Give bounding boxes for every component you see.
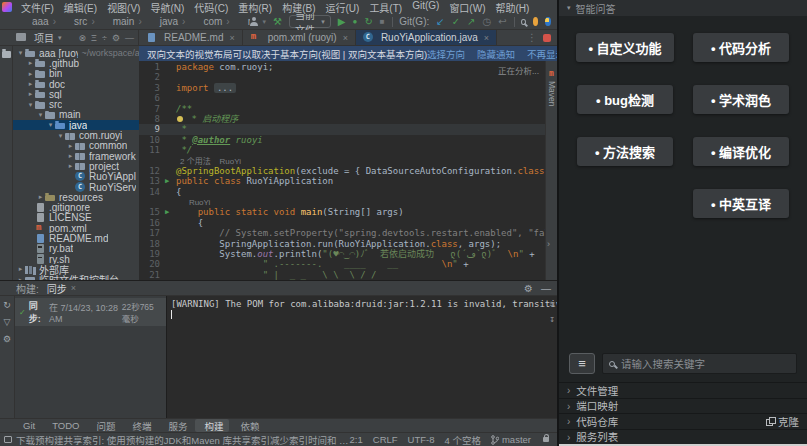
locate-file-icon[interactable]: ⊗ — [79, 33, 87, 43]
tree-chevron-icon[interactable]: ▾ — [56, 132, 65, 140]
line-ending[interactable]: CRLF — [373, 434, 398, 445]
search-input[interactable] — [621, 358, 790, 370]
banner-action-link[interactable]: 隐藏通知 — [477, 47, 515, 61]
editor-tab[interactable]: README.md × — [139, 30, 243, 45]
collapse-all-icon[interactable]: ÷ — [102, 33, 107, 43]
breadcrumb-item[interactable]: aaa — [18, 16, 60, 27]
project-tool-icon[interactable] — [2, 51, 11, 58]
tree-item[interactable]: ▾ main — [13, 110, 139, 120]
debug-button[interactable]: ● — [353, 17, 358, 27]
menu-item[interactable]: 代码(C) — [189, 0, 233, 15]
tree-item[interactable]: pom.xml — [13, 223, 139, 233]
sync-status-row[interactable]: ✓ 同步: 在 7/14/23, 10:28 AM 22秒765毫秒 — [15, 298, 166, 326]
run-configuration-select[interactable]: 当前文件▾ — [289, 15, 331, 28]
menu-item[interactable]: 工具(T) — [364, 0, 407, 15]
code-area[interactable]: 正在分析... 1package com.ruoyi;23import ...6… — [139, 61, 545, 280]
tree-chevron-icon[interactable]: ▾ — [26, 101, 35, 109]
file-encoding[interactable]: UTF-8 — [408, 434, 435, 445]
banner-action-link[interactable]: 不再显示 — [527, 47, 557, 61]
tree-item[interactable]: ry.sh — [13, 254, 139, 264]
git-commit-icon[interactable]: ✓ — [452, 17, 460, 27]
scroll-to-end-icon[interactable]: ↧ — [550, 314, 555, 324]
tree-item[interactable]: ▸ bin — [13, 69, 139, 79]
run-button[interactable]: ▶ — [338, 17, 346, 27]
assistant-function-button[interactable]: 编译优化 — [693, 137, 789, 166]
status-message[interactable]: 下载预构建共享索引: 使用预构建的JDK和Maven 库共享索引减少索引时间和 … — [16, 433, 350, 446]
breadcrumb-item[interactable]: com — [189, 16, 233, 27]
tree-item[interactable]: ▾ aaa [ruoyi] ~/workspace/aaa — [13, 48, 139, 58]
build-console[interactable]: [WARNING] The POM for com.alibaba:druid:… — [167, 296, 557, 418]
tree-item[interactable]: .gitignore — [13, 202, 139, 212]
tree-chevron-icon[interactable]: ▸ — [26, 90, 35, 98]
tree-item[interactable]: RuoYiServletInitializer — [13, 182, 139, 192]
coverage-button[interactable]: ↻ — [364, 17, 372, 27]
soft-wrap-icon[interactable]: ≋ — [550, 299, 555, 309]
tree-item[interactable]: LICENSE — [13, 213, 139, 223]
menu-item[interactable]: 编辑(E) — [59, 0, 102, 15]
chevron-down-icon[interactable]: ▾ — [263, 17, 267, 27]
tree-item[interactable]: ▸ framework — [13, 151, 139, 161]
tree-chevron-icon[interactable]: ▸ — [36, 193, 45, 201]
expand-all-icon[interactable]: Ξ — [91, 33, 97, 43]
tree-item[interactable]: ▸ doc — [13, 79, 139, 89]
menu-item[interactable]: 重构(R) — [233, 0, 277, 15]
menu-item[interactable]: 帮助(H) — [490, 0, 534, 15]
more-options-icon[interactable]: ⋮ — [527, 33, 537, 43]
profile-icon[interactable] — [250, 17, 256, 26]
breadcrumb-item[interactable]: src — [60, 16, 99, 27]
chevron-down-icon[interactable]: ▾ — [58, 34, 62, 42]
tool-window-button[interactable]: 服务 — [159, 419, 193, 432]
menu-item[interactable]: 运行(U) — [320, 0, 364, 15]
close-tab-icon[interactable]: × — [484, 33, 489, 43]
tool-window-button[interactable]: 问题 — [87, 419, 121, 432]
assistant-function-button[interactable]: 学术润色 — [693, 85, 789, 114]
plugin-badge-icon[interactable] — [543, 34, 551, 42]
hide-panel-icon[interactable]: — — [125, 33, 134, 43]
tree-item[interactable]: README.md — [13, 233, 139, 243]
tool-window-button[interactable]: 依赖 — [231, 419, 265, 432]
project-tree[interactable]: ▾ aaa [ruoyi] ~/workspace/aaa ▸ .github — [13, 46, 139, 280]
editor[interactable]: 双向文本的视觉布局可以取决于基本方向(视图 | 双向文本基本方向) 选择方向隐藏… — [139, 46, 557, 280]
tree-item[interactable]: ▾ com.ruoyi — [13, 130, 139, 140]
tree-item[interactable]: ▸ common — [13, 141, 139, 151]
project-panel-header[interactable]: 项目 ▾ ⊗ Ξ ÷ ⚙ — — [0, 30, 139, 45]
expand-panel-icon[interactable]: › — [547, 239, 550, 249]
tree-item[interactable]: ▸ sql — [13, 89, 139, 99]
tree-item[interactable]: ▸ project — [13, 161, 139, 171]
assistant-function-button[interactable]: bug检测 — [577, 85, 673, 114]
tree-item[interactable]: ▾ src — [13, 99, 139, 109]
tree-chevron-icon[interactable]: ▸ — [26, 59, 35, 67]
settings-icon[interactable]: ⚙ — [112, 33, 120, 43]
assistant-function-button[interactable]: 方法搜索 — [577, 137, 673, 166]
settings-icon[interactable]: ⚙ — [524, 283, 533, 294]
search-everywhere-icon[interactable] — [521, 19, 526, 25]
assistant-function-button[interactable]: 自定义功能 — [576, 33, 673, 62]
editor-tab[interactable]: RuoYiApplication.java × — [356, 30, 497, 45]
menu-item[interactable]: 视图(V) — [102, 0, 145, 15]
tree-item[interactable]: ▸ .github — [13, 58, 139, 68]
panel-section-header[interactable]: 代码仓库 克隆 — [559, 413, 807, 429]
git-update-icon[interactable]: ↙ — [436, 17, 444, 27]
build-settings-icon[interactable]: ⚙ — [3, 334, 11, 344]
panel-section-header[interactable]: 端口映射 — [559, 398, 807, 414]
close-tab-icon[interactable]: × — [229, 33, 234, 43]
tool-window-button[interactable]: 终端 — [123, 419, 157, 432]
tool-window-button[interactable]: TODO — [43, 419, 85, 432]
breadcrumb-item[interactable]: ruoyi — [234, 16, 250, 27]
breadcrumb-item[interactable]: java — [146, 16, 190, 27]
close-tab-icon[interactable]: × — [71, 283, 76, 293]
menu-item[interactable]: Git(G) — [407, 0, 444, 15]
tree-item[interactable]: ry.bat — [13, 244, 139, 254]
menu-hamburger-button[interactable]: ≡ — [569, 353, 595, 374]
editor-tab[interactable]: pom.xml (ruoyi) × — [243, 30, 356, 45]
breadcrumb[interactable]: aaasrcmainjavacomruoyiRuoYiApplication — [18, 16, 250, 27]
tree-chevron-icon[interactable]: ▸ — [66, 142, 75, 150]
clone-button[interactable]: 克隆 — [766, 414, 799, 429]
caret-position[interactable]: 2:1 — [350, 434, 363, 445]
notifications-icon[interactable] — [533, 17, 539, 26]
tree-item[interactable]: RuoYiApplication — [13, 172, 139, 182]
tree-chevron-icon[interactable]: ▾ — [46, 121, 55, 129]
tree-chevron-icon[interactable]: ▸ — [66, 152, 75, 160]
filter-icon[interactable]: ▽ — [4, 317, 11, 327]
tree-chevron-icon[interactable]: ▸ — [66, 162, 75, 170]
